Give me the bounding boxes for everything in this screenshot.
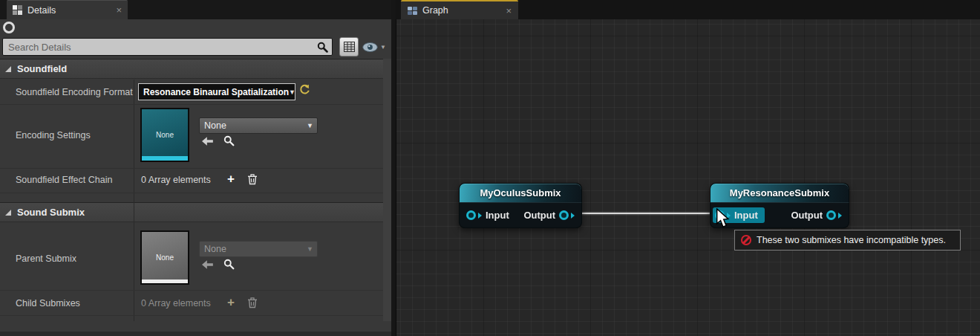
node-my-oculus-submix[interactable]: MyOculusSubmix Input Output [459, 183, 582, 228]
tab-details-label: Details [27, 5, 56, 16]
browse-asset-icon[interactable] [223, 135, 235, 146]
thumbnail-text: None [156, 253, 174, 262]
expand-arrow-icon [5, 66, 11, 72]
details-scrollbar-track[interactable] [383, 59, 391, 321]
use-selected-asset-icon[interactable] [202, 260, 214, 269]
parent-submix-dropdown[interactable]: None ▼ [199, 241, 318, 257]
section-title: Soundfield [17, 63, 67, 74]
row-label-encoding-settings: Encoding Settings [16, 130, 91, 140]
row-label-parent-submix: Parent Submix [16, 253, 76, 264]
node-my-resonance-submix[interactable]: MyResonanceSubmix Input Output [710, 183, 849, 228]
output-pin-label: Output [523, 210, 555, 221]
connection-wire[interactable] [578, 213, 716, 214]
dropdown-value: None [204, 244, 307, 254]
soundfield-encoding-format-dropdown[interactable]: Resonance Binaural Spatialization ▼ [138, 83, 295, 100]
output-pin-group[interactable]: Output [791, 210, 842, 221]
trash-icon[interactable] [247, 173, 258, 185]
browse-asset-icon[interactable] [223, 259, 235, 270]
asset-color-bar [142, 156, 188, 161]
dropdown-value: None [204, 120, 307, 131]
error-tooltip-text: These two submixes have incompatible typ… [757, 235, 946, 245]
node-body: Input Output [459, 202, 582, 228]
row-separator [0, 168, 391, 169]
add-element-button[interactable]: + [227, 172, 235, 185]
mouse-cursor [716, 208, 731, 229]
pin-arrow-icon [571, 213, 575, 219]
row-separator [0, 315, 391, 316]
node-title[interactable]: MyResonanceSubmix [710, 183, 849, 202]
node-body: Input Output [710, 202, 849, 228]
section-header-sound-submix[interactable]: Sound Submix [0, 202, 391, 222]
array-elements-count: 0 Array elements [141, 298, 211, 308]
view-options-button[interactable]: ▼ [362, 37, 391, 56]
details-column-divider[interactable] [134, 80, 134, 321]
graph-canvas[interactable]: MyOculusSubmix Input Output MyRe [396, 19, 980, 336]
output-pin-icon[interactable] [826, 210, 836, 220]
thumbnail-text: None [156, 131, 174, 139]
pin-arrow-icon [478, 213, 482, 219]
close-icon[interactable]: × [116, 5, 122, 15]
search-icon [317, 42, 328, 53]
input-pin-label: Input [734, 210, 758, 221]
grid-view-icon [344, 42, 355, 52]
row-label-child-submixes: Child Submixes [16, 298, 80, 308]
error-tooltip: These two submixes have incompatible typ… [734, 230, 961, 251]
input-pin-icon[interactable] [466, 210, 476, 220]
property-matrix-button[interactable] [339, 37, 359, 56]
chevron-down-icon: ▼ [380, 44, 386, 51]
parent-submix-asset-thumbnail[interactable]: None [140, 230, 189, 285]
tab-details[interactable]: Details × [7, 0, 128, 19]
trash-icon[interactable] [247, 297, 258, 308]
dropdown-value: Resonance Binaural Spatialization [143, 87, 289, 97]
node-title[interactable]: MyOculusSubmix [459, 183, 582, 202]
row-label-soundfield-effect-chain: Soundfield Effect Chain [16, 175, 112, 185]
encoding-settings-dropdown[interactable]: None ▼ [199, 117, 318, 134]
chevron-down-icon: ▼ [307, 122, 313, 129]
graph-tab-bar: Graph × [396, 0, 980, 19]
row-separator [0, 104, 391, 105]
encoding-settings-asset-thumbnail[interactable]: None [140, 108, 189, 162]
section-title: Sound Submix [17, 207, 85, 218]
chevron-down-icon: ▼ [307, 245, 313, 253]
eye-icon [362, 42, 378, 52]
expand-arrow-icon [5, 210, 11, 216]
graph-panel: Graph × MyOculusSubmix Input Output [396, 0, 980, 336]
details-tab-bar: Details × [0, 0, 391, 19]
output-pin-group[interactable]: Output [523, 210, 575, 221]
close-icon[interactable]: × [506, 6, 512, 16]
search-input[interactable] [3, 39, 332, 55]
chevron-down-icon: ▼ [289, 88, 295, 96]
search-input-wrap [2, 38, 333, 56]
array-elements-count: 0 Array elements [141, 175, 211, 185]
row-separator [0, 290, 391, 291]
add-element-button[interactable]: + [227, 296, 235, 308]
unreal-editor-window: Details × [0, 0, 980, 336]
row-label-soundfield-encoding-format: Soundfield Encoding Format [16, 87, 133, 97]
graph-tab-icon [408, 6, 417, 16]
output-pin-icon[interactable] [559, 210, 569, 220]
details-panel: Details × [0, 0, 391, 336]
tab-graph-label: Graph [422, 5, 448, 16]
row-separator [0, 193, 391, 193]
tab-graph[interactable]: Graph × [401, 0, 518, 19]
asset-color-bar [142, 280, 188, 283]
details-tab-icon [13, 5, 22, 15]
pin-arrow-icon [838, 213, 842, 219]
section-header-soundfield[interactable]: Soundfield [0, 59, 391, 79]
reset-to-default-icon[interactable] [299, 84, 310, 96]
input-pin-label: Input [486, 210, 509, 221]
output-pin-label: Output [791, 210, 823, 221]
lock-icon[interactable] [3, 22, 15, 33]
use-selected-asset-icon[interactable] [202, 137, 214, 146]
input-pin-group[interactable]: Input [466, 210, 509, 221]
no-entry-icon [741, 235, 751, 245]
